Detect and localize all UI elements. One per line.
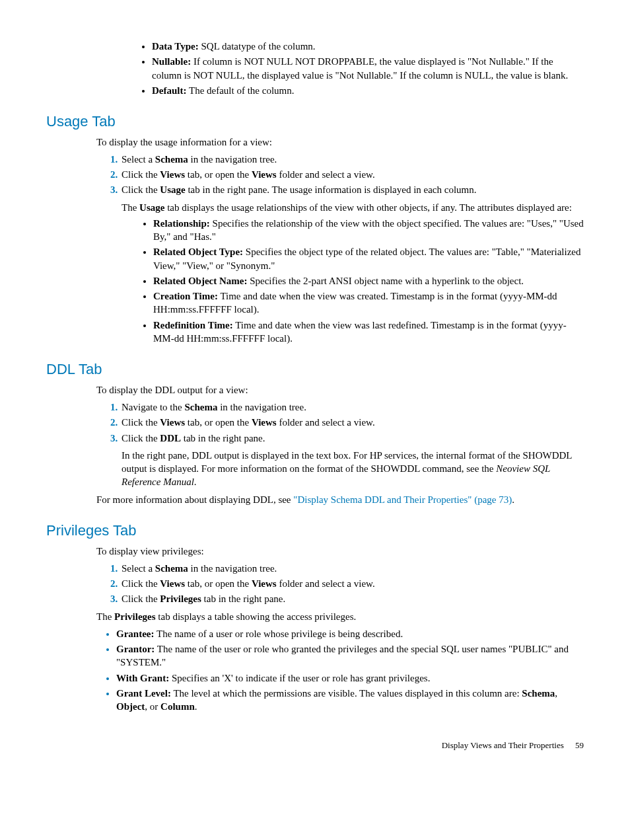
priv-para: The Privileges tab displays a table show… bbox=[96, 610, 584, 623]
bullet-label: Default: bbox=[152, 85, 187, 96]
list-item: With Grant: Specifies an 'X' to indicate… bbox=[116, 671, 584, 685]
para-text: The bbox=[122, 202, 139, 213]
step-item: Select a Schema in the navigation tree. bbox=[120, 562, 584, 575]
bullet-text: If column is NOT NULL NOT DROPPABLE, the… bbox=[152, 56, 568, 80]
step-text: in the navigation tree. bbox=[217, 402, 306, 412]
para-bold: Privileges bbox=[114, 611, 155, 622]
step-text: tab in the right pane. The usage informa… bbox=[186, 184, 477, 195]
step-text: Click the bbox=[122, 169, 160, 180]
list-item: Relationship: Specifies the relationship… bbox=[153, 217, 584, 244]
bullet-text: Specifies the 2-part ANSI object name wi… bbox=[247, 276, 524, 286]
bullet-label: With Grant: bbox=[116, 673, 169, 683]
bullet-label: Nullable: bbox=[152, 56, 191, 67]
step-item: Click the DDL tab in the right pane. In … bbox=[120, 432, 584, 489]
para-text: The bbox=[96, 611, 114, 622]
step-bold: Schema bbox=[155, 563, 188, 574]
bullet-label: Creation Time: bbox=[153, 291, 218, 301]
para-text: . bbox=[512, 494, 514, 505]
step-text: in the navigation tree. bbox=[188, 563, 277, 574]
bullet-label: Grantee: bbox=[116, 629, 154, 639]
step-bold: Views bbox=[252, 169, 277, 180]
list-item: Related Object Type: Specifies the objec… bbox=[153, 245, 584, 272]
bullet-label: Grant Level: bbox=[116, 688, 171, 699]
bullet-bold: Object bbox=[116, 701, 145, 712]
usage-intro: To display the usage information for a v… bbox=[96, 135, 584, 149]
priv-steps: Select a Schema in the navigation tree. … bbox=[96, 562, 584, 606]
step-bold: Schema bbox=[184, 402, 217, 412]
usage-bullets: Relationship: Specifies the relationship… bbox=[133, 217, 584, 345]
bullet-text: Specifies the relationship of the view w… bbox=[153, 218, 584, 242]
step-bold: Views bbox=[160, 417, 185, 428]
step-item: Click the Views tab, or open the Views f… bbox=[120, 416, 584, 429]
list-item: Grant Level: The level at which the perm… bbox=[116, 687, 584, 714]
bullet-text: . bbox=[195, 701, 197, 712]
bullet-text: The name of the user or role who granted… bbox=[116, 644, 569, 668]
para-text: For more information about displaying DD… bbox=[96, 494, 293, 505]
step-text: Click the bbox=[122, 578, 160, 589]
priv-bullets: Grantee: The name of a user or role whos… bbox=[96, 627, 584, 714]
step-bold: Privileges bbox=[160, 593, 201, 604]
bullet-label: Redefinition Time: bbox=[153, 320, 233, 330]
list-item: Creation Time: Time and date when the vi… bbox=[153, 289, 584, 317]
list-item: Grantee: The name of a user or role whos… bbox=[116, 627, 584, 640]
ddl-step3-para: In the right pane, DDL output is display… bbox=[122, 449, 584, 489]
bullet-text: The name of a user or role whose privile… bbox=[154, 629, 403, 639]
step-item: Click the Usage tab in the right pane. T… bbox=[120, 183, 584, 345]
step-item: Select a Schema in the navigation tree. bbox=[120, 153, 584, 166]
step-text: Select a bbox=[122, 563, 155, 574]
step-text: tab, or open the bbox=[185, 417, 252, 428]
step-text: folder and select a view. bbox=[277, 417, 375, 428]
step-text: Click the bbox=[122, 593, 160, 604]
step-bold: Schema bbox=[155, 154, 188, 165]
columns-tab-bullets: Data Type: SQL datatype of the column. N… bbox=[132, 40, 584, 97]
priv-intro: To display view privileges: bbox=[96, 545, 584, 558]
step-text: tab in the right pane. bbox=[181, 433, 265, 443]
step-text: tab in the right pane. bbox=[201, 593, 285, 604]
ddl-after-para: For more information about displaying DD… bbox=[96, 493, 584, 506]
bullet-label: Grantor: bbox=[116, 644, 155, 654]
step-bold: DDL bbox=[160, 433, 181, 443]
ddl-xref-link[interactable]: "Display Schema DDL and Their Properties… bbox=[293, 494, 512, 505]
bullet-text: Specifies an 'X' to indicate if the user… bbox=[169, 673, 430, 683]
step-bold: Views bbox=[252, 578, 277, 589]
bullet-bold: Column bbox=[160, 701, 195, 712]
step-text: Click the bbox=[122, 433, 160, 443]
step-item: Click the Views tab, or open the Views f… bbox=[120, 577, 584, 590]
list-item: Redefinition Time: Time and date when th… bbox=[153, 319, 584, 346]
bullet-text: SQL datatype of the column. bbox=[199, 41, 316, 52]
bullet-label: Related Object Type: bbox=[153, 247, 243, 257]
bullet-label: Data Type: bbox=[152, 41, 199, 52]
step-text: Navigate to the bbox=[122, 402, 184, 412]
bullet-text: The default of the column. bbox=[187, 85, 295, 96]
usage-tab-heading: Usage Tab bbox=[46, 112, 584, 132]
step-text: tab, or open the bbox=[185, 578, 252, 589]
bullet-text: , bbox=[555, 688, 557, 699]
step-text: Click the bbox=[122, 184, 160, 195]
list-item: Related Object Name: Specifies the 2-par… bbox=[153, 274, 584, 287]
para-bold: Usage bbox=[139, 202, 164, 213]
step-bold: Views bbox=[160, 578, 185, 589]
list-item: Grantor: The name of the user or role wh… bbox=[116, 642, 584, 669]
step-text: folder and select a view. bbox=[277, 578, 375, 589]
bullet-label: Relationship: bbox=[153, 218, 210, 229]
step-text: in the navigation tree. bbox=[188, 154, 277, 165]
step-text: Select a bbox=[122, 154, 155, 165]
para-text: . bbox=[194, 477, 197, 487]
step-item: Navigate to the Schema in the navigation… bbox=[120, 401, 584, 414]
footer-title: Display Views and Their Properties bbox=[442, 740, 564, 750]
ddl-steps: Navigate to the Schema in the navigation… bbox=[96, 401, 584, 489]
list-item: Data Type: SQL datatype of the column. bbox=[152, 40, 584, 53]
usage-step3-para: The Usage tab displays the usage relatio… bbox=[122, 201, 584, 214]
para-text: tab displays a table showing the access … bbox=[156, 611, 357, 622]
step-text: tab, or open the bbox=[185, 169, 252, 180]
usage-steps: Select a Schema in the navigation tree. … bbox=[96, 153, 584, 345]
page-footer: Display Views and Their Properties 59 bbox=[46, 740, 584, 751]
step-bold: Views bbox=[252, 417, 277, 428]
page-number: 59 bbox=[575, 740, 584, 750]
bullet-text: , or bbox=[145, 701, 160, 712]
list-item: Nullable: If column is NOT NULL NOT DROP… bbox=[152, 55, 584, 82]
list-item: Default: The default of the column. bbox=[152, 84, 584, 97]
step-bold: Views bbox=[160, 169, 185, 180]
step-item: Click the Privileges tab in the right pa… bbox=[120, 592, 584, 605]
ddl-tab-heading: DDL Tab bbox=[46, 360, 584, 379]
